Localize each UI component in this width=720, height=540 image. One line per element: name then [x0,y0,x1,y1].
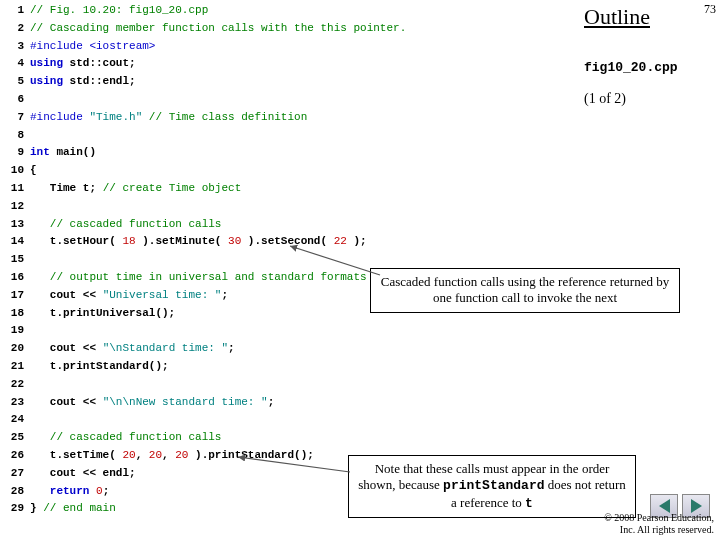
code-line: 3#include <iostream> [2,38,587,56]
line-number: 22 [2,376,24,394]
token: "Universal time: " [103,289,222,301]
triangle-right-icon [691,499,702,513]
page-of-pages: (1 of 2) [584,91,714,107]
line-number: 11 [2,180,24,198]
copyright: © 2008 Pearson Education, Inc. All right… [604,512,714,536]
callout2-code2: t [525,496,533,511]
code-line: 15 [2,251,587,269]
token: t.printUniversal(); [30,307,175,319]
token: ); [347,235,367,247]
triangle-left-icon [659,499,670,513]
code-line: 6 [2,91,587,109]
token: "\nStandard time: " [103,342,228,354]
code-line: 5using std::endl; [2,73,587,91]
copyright-line2: Inc. All rights reserved. [620,524,714,535]
code-line: 10{ [2,162,587,180]
token: 30 [228,235,241,247]
token: 18 [122,235,135,247]
token: // create Time object [103,182,242,194]
token: ; [268,396,275,408]
line-number: 23 [2,394,24,412]
line-number: 19 [2,322,24,340]
code-content: t.printStandard(); [30,358,169,376]
callout-cascaded-reference: Cascaded function calls using the refere… [370,268,680,313]
token: // cascaded function calls [50,218,222,230]
code-content: return 0; [30,483,109,501]
token: using [30,75,70,87]
token: ; [228,342,235,354]
copyright-line1: © 2008 Pearson Education, [604,512,714,523]
code-content: // Fig. 10.20: fig10_20.cpp [30,2,208,20]
code-content: using std::cout; [30,55,136,73]
code-content: } // end main [30,500,116,518]
line-number: 24 [2,411,24,429]
token: ).printStandard(); [188,449,313,461]
code-line: 21 t.printStandard(); [2,358,587,376]
token: std::endl; [70,75,136,87]
code-content: t.setTime( 20, 20, 20 ).printStandard(); [30,447,314,465]
token [30,271,50,283]
token: ).setSecond( [241,235,333,247]
token: // cascaded function calls [50,431,222,443]
code-content: // Cascading member function calls with … [30,20,406,38]
token: , [162,449,175,461]
line-number: 4 [2,55,24,73]
code-line: 4using std::cout; [2,55,587,73]
token: using [30,57,70,69]
code-listing: 1// Fig. 10.20: fig10_20.cpp2// Cascadin… [2,2,587,518]
token [30,485,50,497]
line-number: 29 [2,500,24,518]
code-line: 25 // cascaded function calls [2,429,587,447]
token: #include [30,40,89,52]
token: // end main [43,502,116,514]
token: #include [30,111,89,123]
line-number: 10 [2,162,24,180]
token: cout << [30,396,103,408]
token: "Time.h" [89,111,142,123]
code-content: // output time in universal and standard… [30,269,367,287]
line-number: 15 [2,251,24,269]
code-content: #include "Time.h" // Time class definiti… [30,109,307,127]
code-line: 14 t.setHour( 18 ).setMinute( 30 ).setSe… [2,233,587,251]
line-number: 13 [2,216,24,234]
token: cout << [30,289,103,301]
line-number: 21 [2,358,24,376]
token: cout << endl; [30,467,136,479]
token: } [30,502,43,514]
token: Time t; [30,182,103,194]
token: ; [103,485,110,497]
outline-heading: Outline [584,4,714,30]
code-line: 9int main() [2,144,587,162]
code-line: 8 [2,127,587,145]
token: // Time class definition [142,111,307,123]
token [30,218,50,230]
token [30,431,50,443]
code-content: cout << "Universal time: "; [30,287,228,305]
line-number: 7 [2,109,24,127]
code-line: 22 [2,376,587,394]
line-number: 6 [2,91,24,109]
callout-text: Cascaded function calls using the refere… [381,274,669,305]
token: <iostream> [89,40,155,52]
token: return [50,485,96,497]
token: int [30,146,56,158]
callout-order-note: Note that these calls must appear in the… [348,455,636,518]
line-number: 12 [2,198,24,216]
code-content: #include <iostream> [30,38,155,56]
code-line: 12 [2,198,587,216]
token: , [136,449,149,461]
token: "\n\nNew standard time: " [103,396,268,408]
line-number: 28 [2,483,24,501]
line-number: 27 [2,465,24,483]
token: std::cout; [70,57,136,69]
code-content: Time t; // create Time object [30,180,241,198]
filename-label: fig10_20.cpp [584,60,714,75]
code-line: 19 [2,322,587,340]
token: ; [221,289,228,301]
token: { [30,164,37,176]
token: 20 [149,449,162,461]
line-number: 26 [2,447,24,465]
code-content: // cascaded function calls [30,216,221,234]
line-number: 20 [2,340,24,358]
callout2-code1: printStandard [443,478,544,493]
